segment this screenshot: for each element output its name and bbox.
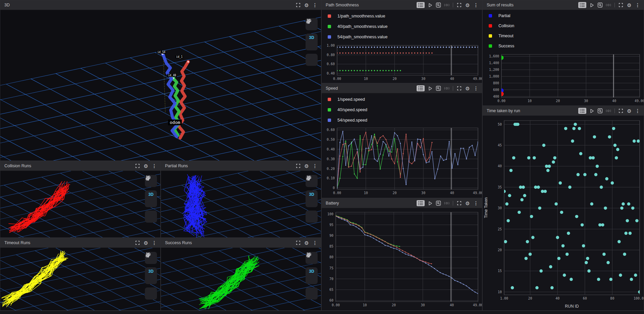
settings-button[interactable]: ⚙ xyxy=(304,2,310,8)
camera-mode-3d-button[interactable]: 3D xyxy=(309,269,314,274)
fullscreen-button[interactable] xyxy=(618,108,624,114)
fullscreen-button[interactable] xyxy=(135,240,141,246)
settings-button[interactable]: ⚙ xyxy=(143,163,149,169)
time-taken-chart[interactable]: 1.0020406080100.00101520253035404550RUN … xyxy=(483,116,644,310)
focus-camera-button[interactable] xyxy=(145,211,157,223)
zoom-select-button[interactable] xyxy=(597,2,603,8)
legend-toggle-button[interactable] xyxy=(578,108,586,114)
legend-item[interactable]: Timeout xyxy=(483,31,644,41)
legend-item[interactable]: 1/path_smoothness.value xyxy=(322,11,482,21)
settings-button[interactable]: ⚙ xyxy=(304,240,310,246)
panel-header[interactable]: Speed ⚙⋮ xyxy=(322,84,482,93)
3d-viewport[interactable]: 3D xyxy=(0,171,160,237)
legend-item[interactable]: 40/path_smoothness.value xyxy=(322,21,482,32)
legend-item[interactable]: Collision xyxy=(483,21,644,31)
panel-header[interactable]: Partial Runs ⚙⋮ xyxy=(161,161,321,171)
panel-menu-button[interactable]: ⋮ xyxy=(151,240,157,246)
settings-button[interactable]: ⚙ xyxy=(465,200,471,206)
measure-ruler-button[interactable] xyxy=(309,276,315,282)
focus-camera-button[interactable] xyxy=(145,287,157,300)
legend-item[interactable]: 54/speed.speed xyxy=(322,115,482,125)
panel-header[interactable]: Path Smoothness ⚙⋮ xyxy=(322,0,482,10)
3d-viewport[interactable]: 3D xyxy=(161,171,321,237)
legend-item[interactable]: 54/path_smoothness.value xyxy=(322,32,482,42)
focus-camera-button[interactable] xyxy=(306,54,318,66)
measure-ruler-button[interactable] xyxy=(309,199,315,206)
svg-text:20: 20 xyxy=(392,191,396,195)
measure-ruler-button[interactable] xyxy=(148,199,154,206)
panel-header[interactable]: 3D ⚙⋮ xyxy=(0,0,321,10)
camera-mode-3d-button[interactable]: 3D xyxy=(309,35,314,40)
settings-button[interactable]: ⚙ xyxy=(465,2,471,8)
play-button[interactable] xyxy=(427,85,433,91)
sync-view-button[interactable] xyxy=(605,108,611,114)
legend-swatch xyxy=(328,119,331,122)
play-button[interactable] xyxy=(589,108,595,114)
panel-header[interactable]: Time taken by run ⚙⋮ xyxy=(483,106,644,116)
legend-toggle-button[interactable] xyxy=(417,2,425,8)
settings-button[interactable]: ⚙ xyxy=(465,85,471,91)
fullscreen-button[interactable] xyxy=(135,163,141,169)
camera-mode-3d-button[interactable]: 3D xyxy=(148,192,153,197)
settings-button[interactable]: ⚙ xyxy=(626,108,632,114)
legend-item[interactable]: 1/speed.speed xyxy=(322,94,482,104)
panel-header[interactable]: Battery ⚙⋮ xyxy=(322,198,482,208)
panel-menu-button[interactable]: ⋮ xyxy=(473,200,479,206)
fullscreen-button[interactable] xyxy=(295,240,301,246)
path-smoothness-chart[interactable]: 0.001020304049.000.400.600.801.00 xyxy=(322,42,482,83)
panel-header[interactable]: Sum of results ⚙⋮ xyxy=(483,0,644,10)
zoom-select-button[interactable] xyxy=(597,108,603,114)
fullscreen-button[interactable] xyxy=(618,2,624,8)
legend-item[interactable]: Partial xyxy=(483,11,644,21)
camera-mode-3d-button[interactable]: 3D xyxy=(309,192,314,197)
legend-item[interactable]: Success xyxy=(483,41,644,51)
panel-header[interactable]: Collision Runs ⚙⋮ xyxy=(0,161,160,171)
3d-viewport[interactable]: 3D xyxy=(161,248,321,310)
panel-menu-button[interactable]: ⋮ xyxy=(312,2,318,8)
play-button[interactable] xyxy=(427,200,433,206)
sync-view-button[interactable] xyxy=(444,2,450,8)
sum-of-results-chart[interactable]: 0.001020304049.004006008001,0001,2001,40… xyxy=(483,51,644,105)
settings-button[interactable]: ⚙ xyxy=(304,163,310,169)
play-button[interactable] xyxy=(427,2,433,8)
focus-camera-button[interactable] xyxy=(306,211,318,223)
fullscreen-button[interactable] xyxy=(295,2,301,8)
camera-mode-3d-button[interactable]: 3D xyxy=(148,269,153,274)
settings-button[interactable]: ⚙ xyxy=(143,240,149,246)
sync-view-button[interactable] xyxy=(444,200,450,206)
legend-toggle-button[interactable] xyxy=(417,85,425,91)
legend-label: Partial xyxy=(498,13,510,18)
measure-ruler-button[interactable] xyxy=(309,43,315,49)
speed-chart[interactable]: 0.001020304049.0000.100.200.300.400.500.… xyxy=(322,125,482,197)
panel-menu-button[interactable]: ⋮ xyxy=(312,240,318,246)
measure-ruler-button[interactable] xyxy=(148,276,154,282)
legend-toggle-button[interactable] xyxy=(578,2,586,8)
fullscreen-button[interactable] xyxy=(456,200,462,206)
zoom-select-button[interactable] xyxy=(435,200,441,206)
panel-menu-button[interactable]: ⋮ xyxy=(473,2,479,8)
svg-text:65: 65 xyxy=(329,288,333,291)
panel-menu-button[interactable]: ⋮ xyxy=(312,163,318,169)
sync-view-button[interactable] xyxy=(444,85,450,91)
legend-toggle-button[interactable] xyxy=(417,200,425,206)
panel-menu-button[interactable]: ⋮ xyxy=(151,163,157,169)
panel-menu-button[interactable]: ⋮ xyxy=(635,108,641,114)
3d-viewport[interactable]: 3D xyxy=(0,248,160,310)
3d-viewport[interactable]: 3D id_54 id_1 id_40 odom xyxy=(0,10,321,161)
battery-chart[interactable]: 0.001020304049.006065707580859095100 xyxy=(322,208,482,310)
legend-label: 54/path_smoothness.value xyxy=(337,35,387,39)
panel-menu-button[interactable]: ⋮ xyxy=(635,2,641,8)
play-button[interactable] xyxy=(589,2,595,8)
settings-button[interactable]: ⚙ xyxy=(626,2,632,8)
sync-view-button[interactable] xyxy=(605,2,611,8)
fullscreen-button[interactable] xyxy=(456,2,462,8)
focus-camera-button[interactable] xyxy=(306,287,318,300)
legend-item[interactable]: 40/speed.speed xyxy=(322,104,482,115)
zoom-select-button[interactable] xyxy=(435,85,441,91)
fullscreen-button[interactable] xyxy=(295,163,301,169)
panel-menu-button[interactable]: ⋮ xyxy=(473,85,479,91)
panel-header[interactable]: Success Runs ⚙⋮ xyxy=(161,238,321,248)
fullscreen-button[interactable] xyxy=(456,85,462,91)
zoom-select-button[interactable] xyxy=(435,2,441,8)
panel-header[interactable]: Timeout Runs ⚙⋮ xyxy=(0,238,160,248)
